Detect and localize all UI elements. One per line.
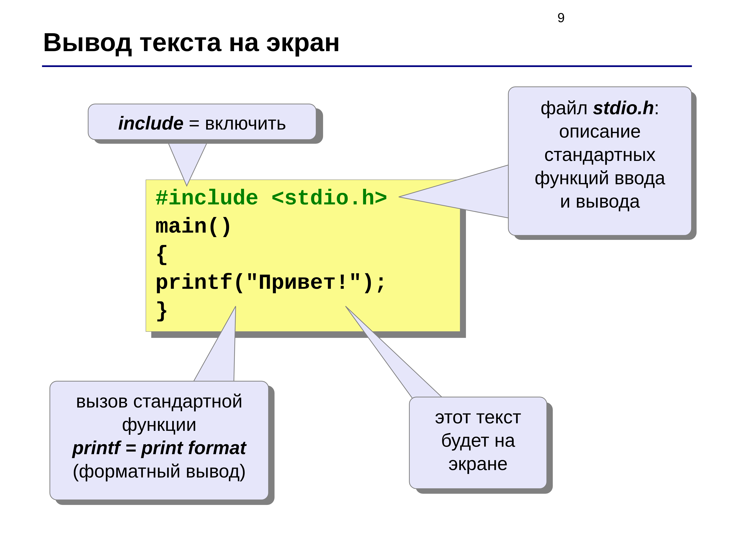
callout-stdio-filename: stdio.h — [593, 97, 654, 118]
callout-stdio-l3: стандартных — [518, 143, 682, 166]
callout-include-pointer — [166, 138, 222, 189]
callout-include-keyword: include — [118, 112, 184, 133]
callout-printf-pointer — [192, 306, 241, 386]
slide-title: Вывод текста на экран — [43, 27, 340, 57]
callout-include: include = включить — [88, 104, 316, 140]
callout-stdio-l2: описание — [518, 119, 682, 143]
code-line-printf: printf("Привет!"); — [155, 269, 456, 297]
callout-screentext-l2: будет на — [419, 429, 538, 452]
callout-stdio-l4: функций ввода — [518, 166, 682, 189]
callout-printf-l2: функции — [59, 413, 259, 436]
code-line-brace-open: { — [155, 241, 456, 269]
callout-screentext: этот текст будет на экране — [409, 397, 547, 489]
svg-marker-1 — [399, 164, 511, 218]
callout-stdio-l1a: файл — [541, 97, 593, 118]
callout-printf-l1: вызов стандартной — [59, 390, 259, 413]
title-rule — [42, 65, 692, 67]
callout-stdio-l1c: : — [654, 97, 659, 118]
callout-printf-l4: (форматный вывод) — [59, 459, 259, 483]
svg-marker-0 — [166, 138, 209, 186]
callout-stdio: файл stdio.h: описание стандартных функц… — [508, 86, 692, 236]
callout-screentext-l3: экране — [419, 452, 538, 475]
callout-stdio-l5: и вывода — [518, 189, 682, 213]
callout-screentext-l1: этот текст — [419, 405, 538, 429]
callout-include-rest: = включить — [184, 112, 286, 133]
callout-screentext-pointer — [345, 306, 450, 403]
callout-printf-l3: printf = print format — [59, 436, 259, 459]
callout-stdio-pointer — [399, 164, 515, 220]
callout-printf: вызов стандартной функции printf = print… — [50, 381, 269, 500]
page-number: 9 — [558, 10, 565, 25]
